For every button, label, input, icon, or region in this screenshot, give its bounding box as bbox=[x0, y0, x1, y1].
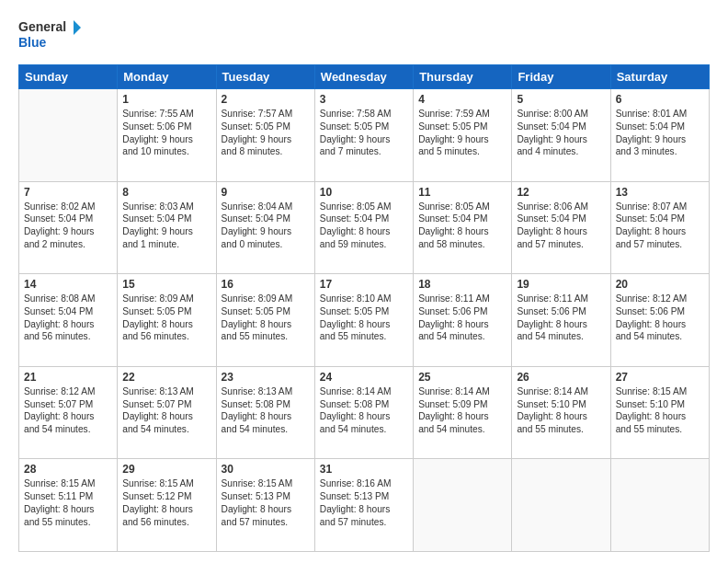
col-header-saturday: Saturday bbox=[610, 65, 709, 89]
day-cell: 18Sunrise: 8:11 AM Sunset: 5:06 PM Dayli… bbox=[414, 274, 512, 367]
day-cell bbox=[512, 459, 610, 552]
day-number: 5 bbox=[517, 93, 605, 106]
day-number: 30 bbox=[222, 463, 310, 476]
day-cell: 4Sunrise: 7:59 AM Sunset: 5:05 PM Daylig… bbox=[414, 89, 512, 182]
header-row: SundayMondayTuesdayWednesdayThursdayFrid… bbox=[19, 65, 710, 89]
day-number: 21 bbox=[24, 371, 112, 384]
day-info: Sunrise: 7:55 AM Sunset: 5:06 PM Dayligh… bbox=[122, 108, 210, 158]
day-cell: 7Sunrise: 8:02 AM Sunset: 5:04 PM Daylig… bbox=[19, 181, 118, 274]
svg-text:General: General bbox=[18, 19, 66, 34]
day-info: Sunrise: 8:13 AM Sunset: 5:07 PM Dayligh… bbox=[122, 385, 210, 436]
day-info: Sunrise: 8:01 AM Sunset: 5:04 PM Dayligh… bbox=[616, 108, 704, 158]
day-number: 2 bbox=[222, 93, 310, 106]
day-cell: 15Sunrise: 8:09 AM Sunset: 5:05 PM Dayli… bbox=[118, 274, 216, 367]
day-number: 7 bbox=[24, 186, 112, 199]
day-cell: 8Sunrise: 8:03 AM Sunset: 5:04 PM Daylig… bbox=[118, 181, 216, 274]
day-number: 27 bbox=[616, 371, 704, 384]
day-cell: 27Sunrise: 8:15 AM Sunset: 5:10 PM Dayli… bbox=[610, 366, 709, 459]
day-info: Sunrise: 8:04 AM Sunset: 5:04 PM Dayligh… bbox=[222, 201, 310, 251]
svg-text:Blue: Blue bbox=[18, 35, 47, 50]
day-cell: 16Sunrise: 8:09 AM Sunset: 5:05 PM Dayli… bbox=[216, 274, 314, 367]
day-cell: 22Sunrise: 8:13 AM Sunset: 5:07 PM Dayli… bbox=[118, 366, 216, 459]
day-cell: 10Sunrise: 8:05 AM Sunset: 5:04 PM Dayli… bbox=[314, 181, 413, 274]
col-header-sunday: Sunday bbox=[19, 65, 118, 89]
day-cell: 23Sunrise: 8:13 AM Sunset: 5:08 PM Dayli… bbox=[216, 366, 314, 459]
day-info: Sunrise: 7:58 AM Sunset: 5:05 PM Dayligh… bbox=[320, 108, 408, 158]
day-info: Sunrise: 8:00 AM Sunset: 5:04 PM Dayligh… bbox=[517, 108, 605, 158]
day-cell: 24Sunrise: 8:14 AM Sunset: 5:08 PM Dayli… bbox=[314, 366, 413, 459]
day-cell: 21Sunrise: 8:12 AM Sunset: 5:07 PM Dayli… bbox=[19, 366, 118, 459]
day-number: 10 bbox=[320, 186, 408, 199]
day-cell: 19Sunrise: 8:11 AM Sunset: 5:06 PM Dayli… bbox=[512, 274, 610, 367]
day-cell bbox=[19, 89, 118, 182]
day-number: 20 bbox=[616, 278, 704, 291]
logo-svg: General Blue bbox=[18, 17, 83, 55]
day-info: Sunrise: 8:03 AM Sunset: 5:04 PM Dayligh… bbox=[122, 201, 210, 251]
day-info: Sunrise: 8:05 AM Sunset: 5:04 PM Dayligh… bbox=[320, 201, 408, 251]
day-number: 4 bbox=[418, 93, 506, 106]
day-cell: 5Sunrise: 8:00 AM Sunset: 5:04 PM Daylig… bbox=[512, 89, 610, 182]
day-cell: 20Sunrise: 8:12 AM Sunset: 5:06 PM Dayli… bbox=[610, 274, 709, 367]
col-header-monday: Monday bbox=[118, 65, 216, 89]
col-header-wednesday: Wednesday bbox=[314, 65, 413, 89]
day-number: 1 bbox=[122, 93, 210, 106]
day-info: Sunrise: 8:15 AM Sunset: 5:12 PM Dayligh… bbox=[122, 477, 210, 528]
day-info: Sunrise: 8:14 AM Sunset: 5:10 PM Dayligh… bbox=[517, 385, 605, 436]
day-cell: 11Sunrise: 8:05 AM Sunset: 5:04 PM Dayli… bbox=[414, 181, 512, 274]
day-number: 17 bbox=[320, 278, 408, 291]
day-info: Sunrise: 8:11 AM Sunset: 5:06 PM Dayligh… bbox=[418, 293, 506, 343]
day-info: Sunrise: 8:09 AM Sunset: 5:05 PM Dayligh… bbox=[222, 293, 310, 343]
day-info: Sunrise: 8:12 AM Sunset: 5:06 PM Dayligh… bbox=[616, 293, 704, 343]
day-cell: 6Sunrise: 8:01 AM Sunset: 5:04 PM Daylig… bbox=[610, 89, 709, 182]
day-info: Sunrise: 8:05 AM Sunset: 5:04 PM Dayligh… bbox=[418, 201, 506, 251]
day-cell: 25Sunrise: 8:14 AM Sunset: 5:09 PM Dayli… bbox=[414, 366, 512, 459]
day-number: 3 bbox=[320, 93, 408, 106]
week-row-5: 28Sunrise: 8:15 AM Sunset: 5:11 PM Dayli… bbox=[19, 459, 710, 552]
day-number: 28 bbox=[24, 463, 112, 476]
day-cell: 13Sunrise: 8:07 AM Sunset: 5:04 PM Dayli… bbox=[610, 181, 709, 274]
day-number: 9 bbox=[222, 186, 310, 199]
day-info: Sunrise: 8:15 AM Sunset: 5:10 PM Dayligh… bbox=[616, 385, 704, 436]
day-info: Sunrise: 7:59 AM Sunset: 5:05 PM Dayligh… bbox=[418, 108, 506, 158]
logo: General Blue bbox=[18, 17, 83, 55]
day-info: Sunrise: 8:10 AM Sunset: 5:05 PM Dayligh… bbox=[320, 293, 408, 343]
day-info: Sunrise: 8:11 AM Sunset: 5:06 PM Dayligh… bbox=[517, 293, 605, 343]
day-number: 29 bbox=[122, 463, 210, 476]
day-number: 12 bbox=[517, 186, 605, 199]
day-number: 24 bbox=[320, 371, 408, 384]
day-number: 31 bbox=[320, 463, 408, 476]
day-number: 8 bbox=[122, 186, 210, 199]
day-number: 23 bbox=[222, 371, 310, 384]
day-info: Sunrise: 8:15 AM Sunset: 5:13 PM Dayligh… bbox=[222, 477, 310, 528]
day-info: Sunrise: 8:12 AM Sunset: 5:07 PM Dayligh… bbox=[24, 385, 112, 436]
day-number: 11 bbox=[418, 186, 506, 199]
day-number: 25 bbox=[418, 371, 506, 384]
day-number: 15 bbox=[122, 278, 210, 291]
day-cell: 30Sunrise: 8:15 AM Sunset: 5:13 PM Dayli… bbox=[216, 459, 314, 552]
day-info: Sunrise: 8:13 AM Sunset: 5:08 PM Dayligh… bbox=[222, 385, 310, 436]
day-number: 6 bbox=[616, 93, 704, 106]
day-info: Sunrise: 8:09 AM Sunset: 5:05 PM Dayligh… bbox=[122, 293, 210, 343]
page: General Blue SundayMondayTuesdayWednesda… bbox=[0, 0, 728, 563]
week-row-2: 7Sunrise: 8:02 AM Sunset: 5:04 PM Daylig… bbox=[19, 181, 710, 274]
day-cell: 17Sunrise: 8:10 AM Sunset: 5:05 PM Dayli… bbox=[314, 274, 413, 367]
day-cell: 12Sunrise: 8:06 AM Sunset: 5:04 PM Dayli… bbox=[512, 181, 610, 274]
day-cell: 29Sunrise: 8:15 AM Sunset: 5:12 PM Dayli… bbox=[118, 459, 216, 552]
day-info: Sunrise: 8:15 AM Sunset: 5:11 PM Dayligh… bbox=[24, 477, 112, 528]
day-cell: 9Sunrise: 8:04 AM Sunset: 5:04 PM Daylig… bbox=[216, 181, 314, 274]
day-number: 19 bbox=[517, 278, 605, 291]
day-info: Sunrise: 8:02 AM Sunset: 5:04 PM Dayligh… bbox=[24, 201, 112, 251]
calendar: SundayMondayTuesdayWednesdayThursdayFrid… bbox=[18, 64, 710, 552]
day-info: Sunrise: 8:14 AM Sunset: 5:09 PM Dayligh… bbox=[418, 385, 506, 436]
col-header-thursday: Thursday bbox=[414, 65, 512, 89]
day-number: 14 bbox=[24, 278, 112, 291]
day-info: Sunrise: 8:07 AM Sunset: 5:04 PM Dayligh… bbox=[616, 201, 704, 251]
col-header-friday: Friday bbox=[512, 65, 610, 89]
day-cell: 14Sunrise: 8:08 AM Sunset: 5:04 PM Dayli… bbox=[19, 274, 118, 367]
day-number: 26 bbox=[517, 371, 605, 384]
day-info: Sunrise: 8:08 AM Sunset: 5:04 PM Dayligh… bbox=[24, 293, 112, 343]
week-row-3: 14Sunrise: 8:08 AM Sunset: 5:04 PM Dayli… bbox=[19, 274, 710, 367]
day-cell: 3Sunrise: 7:58 AM Sunset: 5:05 PM Daylig… bbox=[314, 89, 413, 182]
day-cell: 28Sunrise: 8:15 AM Sunset: 5:11 PM Dayli… bbox=[19, 459, 118, 552]
day-cell: 26Sunrise: 8:14 AM Sunset: 5:10 PM Dayli… bbox=[512, 366, 610, 459]
